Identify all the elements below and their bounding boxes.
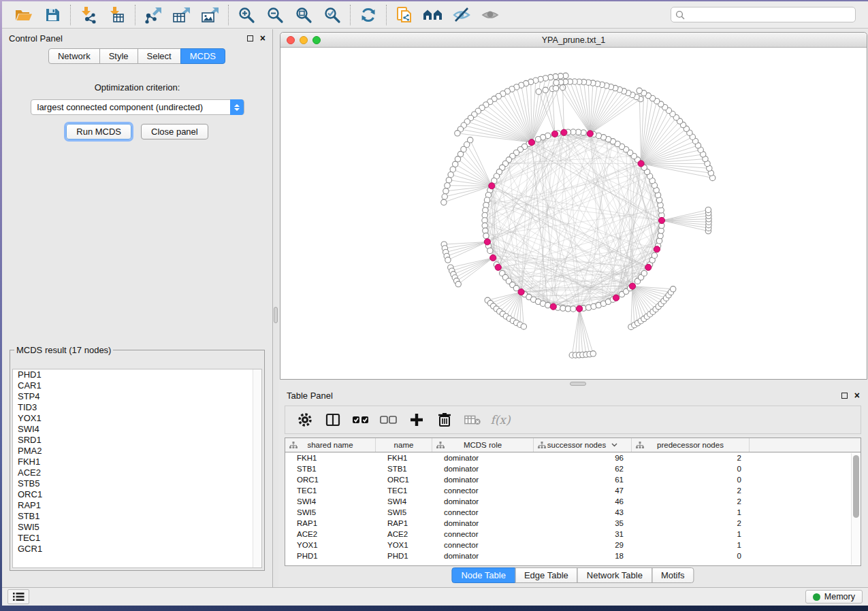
split-panel-icon[interactable] bbox=[324, 411, 342, 429]
mcds-result-item[interactable]: SWI5 bbox=[13, 522, 261, 533]
mcds-result-item[interactable]: TEC1 bbox=[13, 533, 261, 544]
mcds-result-item[interactable]: CAR1 bbox=[13, 380, 261, 391]
network-node[interactable] bbox=[441, 199, 447, 205]
mcds-result-item[interactable]: PHD1 bbox=[13, 369, 261, 380]
table-row[interactable]: SWI5SWI5connector431 bbox=[285, 507, 861, 518]
table-options-icon[interactable] bbox=[296, 411, 314, 429]
open-session-icon[interactable] bbox=[13, 5, 35, 25]
network-node[interactable] bbox=[455, 131, 460, 136]
network-hub-node[interactable] bbox=[654, 246, 660, 252]
zoom-fit-icon[interactable] bbox=[293, 5, 315, 25]
tab-network[interactable]: Network bbox=[48, 48, 100, 64]
vertical-splitter[interactable] bbox=[273, 29, 278, 587]
mcds-result-item[interactable]: YOX1 bbox=[13, 413, 261, 424]
tab-style[interactable]: Style bbox=[99, 48, 138, 64]
column-header-name[interactable]: name bbox=[376, 438, 432, 452]
network-hub-node[interactable] bbox=[576, 306, 582, 312]
tab-network-table[interactable]: Network Table bbox=[577, 567, 652, 583]
show-all-icon[interactable] bbox=[479, 5, 501, 25]
network-hub-node[interactable] bbox=[658, 217, 664, 223]
close-table-panel-icon[interactable]: × bbox=[854, 392, 860, 399]
table-scrollbar-thumb[interactable] bbox=[853, 455, 859, 518]
mcds-result-item[interactable]: TID3 bbox=[13, 402, 261, 413]
tab-select[interactable]: Select bbox=[138, 48, 181, 64]
search-input[interactable] bbox=[671, 7, 856, 22]
mcds-result-item[interactable]: RAP1 bbox=[13, 500, 261, 511]
network-hub-node[interactable] bbox=[484, 239, 490, 245]
table-row[interactable]: YOX1YOX1connector291 bbox=[285, 540, 861, 550]
hide-selected-icon[interactable] bbox=[451, 5, 472, 25]
delete-column-icon[interactable] bbox=[436, 411, 453, 429]
float-table-panel-icon[interactable] bbox=[841, 393, 848, 399]
network-node[interactable] bbox=[553, 80, 559, 85]
table-scrollbar[interactable] bbox=[851, 453, 860, 565]
tab-mcds[interactable]: MCDS bbox=[180, 48, 225, 64]
network-hub-node[interactable] bbox=[489, 183, 495, 189]
table-row[interactable]: ORC1ORC1dominator610 bbox=[285, 474, 861, 485]
mcds-result-list[interactable]: PHD1CAR1STP4TID3YOX1SWI4SRD1PMA2FKH1ACE2… bbox=[12, 369, 262, 568]
network-node[interactable] bbox=[705, 207, 711, 212]
network-hub-node[interactable] bbox=[629, 283, 635, 289]
window-zoom-icon[interactable] bbox=[312, 36, 321, 44]
table-row[interactable]: STB1STB1dominator620 bbox=[285, 463, 861, 474]
window-minimize-icon[interactable] bbox=[300, 36, 308, 44]
delete-table-icon[interactable] bbox=[464, 411, 481, 429]
select-all-icon[interactable] bbox=[352, 411, 370, 429]
network-node[interactable] bbox=[445, 182, 450, 188]
network-node[interactable] bbox=[641, 270, 647, 276]
table-row[interactable]: RAP1RAP1dominator352 bbox=[285, 518, 861, 529]
network-hub-node[interactable] bbox=[528, 139, 534, 146]
network-hub-node[interactable] bbox=[551, 131, 558, 137]
mcds-result-item[interactable]: ORC1 bbox=[13, 489, 261, 500]
zoom-selected-icon[interactable] bbox=[321, 5, 343, 25]
criterion-select[interactable]: largest connected component (undirected) bbox=[31, 99, 244, 115]
network-hub-node[interactable] bbox=[550, 303, 556, 310]
refresh-icon[interactable] bbox=[357, 5, 379, 25]
import-table-icon[interactable] bbox=[106, 5, 128, 25]
function-builder-icon[interactable]: f(x) bbox=[492, 411, 509, 429]
mcds-result-item[interactable]: SRD1 bbox=[13, 435, 261, 446]
mcds-result-item[interactable]: STB1 bbox=[13, 511, 261, 522]
network-hub-node[interactable] bbox=[613, 295, 619, 301]
save-session-icon[interactable] bbox=[42, 5, 63, 25]
export-network-icon[interactable] bbox=[142, 5, 164, 25]
deselect-all-icon[interactable] bbox=[380, 411, 398, 429]
tab-edge-table[interactable]: Edge Table bbox=[515, 567, 578, 583]
mcds-result-item[interactable]: FKH1 bbox=[13, 457, 261, 467]
network-node[interactable] bbox=[450, 167, 455, 172]
network-node[interactable] bbox=[670, 286, 675, 292]
column-header-successor-nodes[interactable]: successor nodes bbox=[534, 438, 632, 452]
table-row[interactable]: PHD1PHD1dominator180 bbox=[285, 550, 861, 561]
horizontal-splitter-handle[interactable] bbox=[570, 382, 586, 386]
column-header-shared-name[interactable]: shared name bbox=[285, 438, 376, 452]
network-hub-node[interactable] bbox=[495, 264, 501, 270]
network-node[interactable] bbox=[443, 188, 449, 194]
network-node[interactable] bbox=[487, 248, 493, 253]
close-panel-button[interactable]: Close panel bbox=[141, 124, 208, 139]
network-node[interactable] bbox=[535, 136, 541, 142]
network-hub-node[interactable] bbox=[638, 161, 644, 167]
network-canvas[interactable] bbox=[280, 48, 867, 379]
vertical-splitter-handle[interactable] bbox=[274, 307, 278, 323]
network-node[interactable] bbox=[483, 233, 489, 238]
network-hub-node[interactable] bbox=[561, 129, 567, 135]
network-hub-node[interactable] bbox=[645, 264, 652, 270]
export-image-icon[interactable] bbox=[199, 5, 221, 25]
network-node[interactable] bbox=[543, 87, 548, 93]
mcds-result-item[interactable]: SWI4 bbox=[13, 424, 261, 435]
show-panels-button[interactable] bbox=[7, 589, 29, 604]
network-node[interactable] bbox=[652, 252, 657, 258]
mcds-result-item[interactable]: ACE2 bbox=[13, 467, 261, 478]
column-header-predecessor-nodes[interactable]: predecessor nodes bbox=[632, 438, 750, 452]
network-hub-node[interactable] bbox=[518, 289, 524, 295]
tab-node-table[interactable]: Node Table bbox=[451, 567, 515, 583]
clone-network-icon[interactable] bbox=[393, 5, 415, 25]
mcds-result-item[interactable]: STP4 bbox=[13, 391, 261, 402]
table-row[interactable]: SWI4SWI4dominator462 bbox=[285, 496, 861, 507]
network-hub-node[interactable] bbox=[490, 254, 496, 261]
table-row[interactable]: TEC1TEC1connector472 bbox=[285, 485, 861, 496]
float-panel-icon[interactable] bbox=[247, 35, 253, 42]
network-node[interactable] bbox=[455, 281, 461, 286]
zoom-in-icon[interactable] bbox=[236, 5, 257, 25]
mcds-result-item[interactable]: GCR1 bbox=[13, 544, 261, 555]
